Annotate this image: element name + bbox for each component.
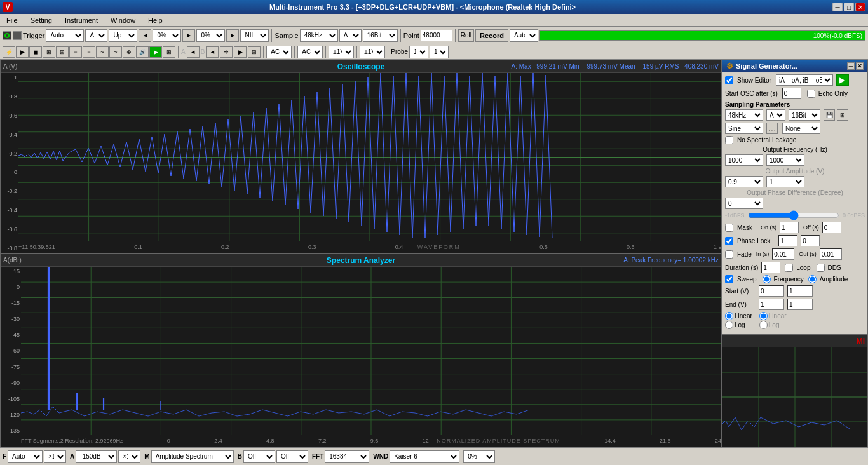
v1-select[interactable]: ±1V bbox=[329, 46, 354, 58]
linear2-radio[interactable] bbox=[759, 312, 768, 320]
on-input[interactable] bbox=[780, 222, 799, 233]
maximize-button[interactable]: □ bbox=[844, 3, 854, 11]
off1-select[interactable]: Off bbox=[243, 450, 275, 463]
spectral-checkbox[interactable] bbox=[725, 136, 733, 144]
tb2-icon9[interactable]: ~ bbox=[109, 46, 122, 58]
tb2-icon12[interactable]: ⊞ bbox=[163, 46, 175, 58]
amp1-select[interactable]: 0.9 bbox=[725, 176, 763, 187]
play-sig-btn[interactable]: ▶ bbox=[836, 74, 849, 86]
mask-checkbox[interactable] bbox=[725, 224, 733, 232]
sweep-checkbox[interactable] bbox=[725, 275, 733, 283]
fade-checkbox[interactable] bbox=[725, 250, 733, 259]
point-input[interactable] bbox=[421, 30, 452, 41]
bit-select[interactable]: 16Bit bbox=[363, 29, 398, 42]
amp2-select[interactable]: 1 bbox=[766, 176, 804, 187]
probe-select[interactable]: 1 bbox=[409, 46, 428, 58]
menu-window[interactable]: Window bbox=[107, 15, 139, 25]
pct1-right-btn[interactable]: ► bbox=[182, 29, 195, 42]
ch-a2-select[interactable]: A bbox=[339, 29, 362, 42]
menu-instrument[interactable]: Instrument bbox=[61, 15, 102, 25]
ch-a-select[interactable]: A bbox=[85, 29, 107, 42]
sg-sample-rate[interactable]: 48kHz bbox=[725, 109, 763, 121]
fade-out-input[interactable] bbox=[820, 248, 842, 260]
waveform-select[interactable]: Sine bbox=[725, 123, 763, 134]
phase-lock-in[interactable] bbox=[778, 235, 797, 246]
pct2-select[interactable]: 0% bbox=[196, 29, 225, 42]
tb2-icon7[interactable]: ≡ bbox=[83, 46, 95, 58]
echo-only-checkbox[interactable] bbox=[807, 90, 815, 98]
menu-setting[interactable]: Setting bbox=[27, 15, 56, 25]
menu-help[interactable]: Help bbox=[144, 15, 166, 25]
fade-in-input[interactable] bbox=[772, 248, 794, 260]
sg-channel[interactable]: A bbox=[766, 109, 785, 121]
show-editor-select[interactable]: iA = oA, iB = oB bbox=[776, 74, 833, 86]
sg-settings-btn[interactable]: ⊞ bbox=[837, 109, 848, 121]
tb2-icon6[interactable]: ≡ bbox=[69, 46, 82, 58]
tb2-icon11[interactable]: 🔊 bbox=[136, 46, 149, 58]
minimize-button[interactable]: ─ bbox=[832, 3, 843, 11]
tb2-icon8[interactable]: ~ bbox=[96, 46, 109, 58]
menu-file[interactable]: File bbox=[3, 15, 22, 25]
sg-save-btn[interactable]: 💾 bbox=[824, 109, 835, 121]
tb2-icon2[interactable]: ▶ bbox=[16, 46, 29, 58]
ac1-select[interactable]: AC bbox=[266, 46, 292, 58]
play-icon[interactable]: ▶ bbox=[149, 46, 162, 58]
direction-select[interactable]: Up bbox=[109, 29, 137, 42]
loop-checkbox[interactable] bbox=[785, 264, 793, 272]
power-icon[interactable] bbox=[3, 31, 11, 40]
log2-radio[interactable] bbox=[759, 321, 768, 329]
x2-select-bt[interactable]: ×1 bbox=[118, 450, 140, 463]
off-input[interactable] bbox=[822, 222, 841, 233]
kaiser-select[interactable]: Kaiser 6 bbox=[390, 450, 459, 463]
fft-size-select[interactable]: 16384 bbox=[325, 450, 369, 463]
phase-lock-out[interactable] bbox=[801, 235, 820, 246]
sig-gen-close[interactable]: ✕ bbox=[856, 62, 864, 70]
amplitude-select[interactable]: Amplitude Spectrum bbox=[151, 450, 234, 463]
start-v1-input[interactable] bbox=[759, 285, 784, 297]
end-v2-input[interactable] bbox=[787, 299, 813, 310]
tb2-icon5[interactable]: ⊞ bbox=[56, 46, 69, 58]
end-v1-input[interactable] bbox=[759, 299, 784, 310]
stop-icon[interactable] bbox=[13, 31, 22, 40]
none-select[interactable]: None bbox=[782, 123, 820, 134]
f-auto-select[interactable]: Auto bbox=[8, 450, 43, 463]
dds-checkbox[interactable] bbox=[817, 264, 825, 272]
show-editor-checkbox[interactable] bbox=[725, 76, 733, 84]
phase1-select[interactable]: 0 bbox=[725, 198, 763, 209]
x-select[interactable]: 1 bbox=[430, 46, 449, 58]
trigger-select[interactable]: Auto bbox=[46, 29, 84, 42]
tb2-icon10[interactable]: ⊕ bbox=[123, 46, 135, 58]
freq2-select[interactable]: 1000 bbox=[766, 154, 804, 166]
x1-select-bt[interactable]: ×1 bbox=[44, 450, 66, 463]
tb2-cursor[interactable]: ✛ bbox=[220, 46, 233, 58]
start-osc-input[interactable] bbox=[782, 88, 801, 99]
start-v2-input[interactable] bbox=[787, 285, 813, 297]
level-slider[interactable] bbox=[748, 211, 839, 220]
tb2-a-left[interactable]: ◄ bbox=[187, 46, 200, 58]
ac2-select[interactable]: AC bbox=[297, 46, 323, 58]
tb2-b-left[interactable]: ◄ bbox=[206, 46, 219, 58]
sample-rate-select[interactable]: 48kHz bbox=[300, 29, 338, 42]
waveform-edit-btn[interactable]: … bbox=[766, 123, 778, 134]
duration-input[interactable] bbox=[761, 262, 780, 273]
pct-select-bt[interactable]: 0% bbox=[463, 450, 495, 463]
amp-radio[interactable] bbox=[808, 275, 817, 283]
tb2-icon4[interactable]: ⊞ bbox=[43, 46, 55, 58]
log1-radio[interactable] bbox=[725, 321, 733, 329]
off2-select[interactable]: Off bbox=[276, 450, 308, 463]
close-button[interactable]: ✕ bbox=[855, 3, 865, 11]
phase-lock-checkbox[interactable] bbox=[725, 237, 733, 245]
sg-bit-depth[interactable]: 16Bit bbox=[789, 109, 820, 121]
tb2-icon1[interactable]: ⚡ bbox=[3, 46, 15, 58]
freq-radio[interactable] bbox=[763, 275, 771, 283]
pct2-right-btn[interactable]: ► bbox=[226, 29, 239, 42]
pct1-select[interactable]: 0% bbox=[153, 29, 181, 42]
sig-gen-minimize[interactable]: ─ bbox=[847, 62, 855, 70]
record-button[interactable]: Record bbox=[475, 29, 508, 42]
db-select[interactable]: -150dB bbox=[76, 450, 117, 463]
tb2-stop[interactable]: ⊞ bbox=[248, 46, 261, 58]
tb2-play2[interactable]: ▶ bbox=[234, 46, 247, 58]
nil-select[interactable]: NIL bbox=[240, 29, 269, 42]
roll-btn[interactable]: Roll bbox=[458, 29, 474, 42]
trigger-left-btn[interactable]: ◄ bbox=[139, 29, 151, 42]
